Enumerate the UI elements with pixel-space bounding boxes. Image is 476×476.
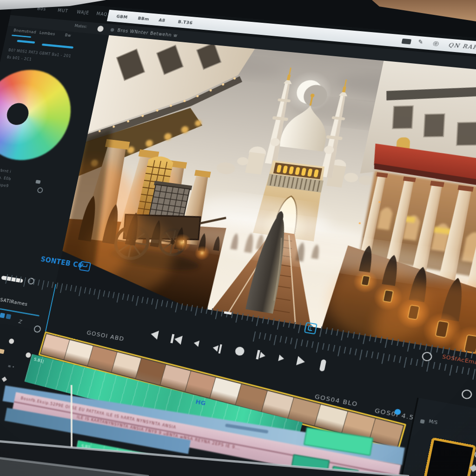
track-dot-icon[interactable]	[25, 352, 31, 358]
sidebar-row: 8s b01 - 2C1	[7, 55, 32, 61]
clip-label-a: GOSOI ABD	[86, 329, 125, 343]
prev-clip-button[interactable]	[150, 330, 159, 340]
menu-item[interactable]: B0s	[37, 6, 46, 11]
frame-fwd-button[interactable]	[256, 350, 266, 361]
toggle-dot[interactable]	[97, 26, 104, 32]
diamond-icon[interactable]	[2, 377, 7, 382]
sidebar-tab[interactable]: Bnemstnad	[13, 28, 37, 34]
image-icon[interactable]	[402, 39, 412, 45]
mates-label: Mates:	[74, 24, 88, 29]
menu-strip-item[interactable]: GBM	[116, 14, 128, 20]
sidebar-tab[interactable]: Lombes	[39, 31, 56, 36]
loop-icon[interactable]	[79, 261, 91, 271]
small-dot-icon	[110, 28, 114, 32]
menu-item[interactable]: WAJE	[76, 10, 90, 15]
info-icon[interactable]: ⓔ	[432, 40, 439, 48]
menu-strip-item[interactable]: A8	[159, 18, 166, 23]
skip-start-button[interactable]	[170, 334, 182, 344]
wheel-label: EBNT Caspe9	[0, 180, 9, 188]
playhead-line[interactable]	[71, 385, 73, 450]
small-icon[interactable]	[420, 419, 425, 424]
record-button[interactable]	[234, 346, 245, 357]
fader-widget[interactable]	[401, 437, 476, 476]
step-fwd-button[interactable]	[278, 355, 284, 362]
ms-label: M/S	[429, 419, 438, 425]
menu-strip-item[interactable]: B.T36	[178, 19, 193, 25]
wheel-label: iLb9Ga. E0b	[0, 174, 12, 181]
menu-item[interactable]: MUT	[57, 8, 68, 13]
photo-of-editing-workstation: { "menubar": { "left_items": ["B0s","MUT…	[0, 0, 476, 476]
sidebar-tab[interactable]: Bw	[65, 33, 72, 38]
small-icon[interactable]	[35, 180, 40, 184]
progress-bar[interactable]	[17, 40, 35, 44]
pen-icon[interactable]: ✎	[417, 39, 424, 46]
small-circle-icon[interactable]	[37, 187, 43, 193]
tan-icon[interactable]	[0, 349, 5, 354]
frame-back-button[interactable]	[212, 343, 222, 354]
video-preview[interactable]	[55, 35, 476, 360]
stop-button[interactable]	[319, 359, 327, 372]
progress-bar[interactable]	[42, 44, 73, 49]
mute-icon[interactable]	[461, 389, 473, 400]
play-button[interactable]	[296, 356, 306, 367]
menu-strip-item[interactable]: BBm	[138, 16, 150, 21]
active-tab-underline	[12, 35, 31, 38]
marker-icon[interactable]	[304, 322, 317, 335]
track-dot-icon[interactable]	[8, 338, 14, 344]
track-glyphs: ≡ •	[7, 364, 15, 370]
editing-app-screen: B0s MUT WAJE MAQ1 GBM BBm A8 B.T36 ✎ ⓔ Q…	[0, 0, 476, 476]
step-back-button[interactable]	[193, 340, 200, 347]
wheel-label: aNvbrnt i	[0, 167, 12, 174]
desk-top-right	[367, 0, 476, 22]
handwritten-note: QN RAH' 20K	[448, 41, 476, 52]
